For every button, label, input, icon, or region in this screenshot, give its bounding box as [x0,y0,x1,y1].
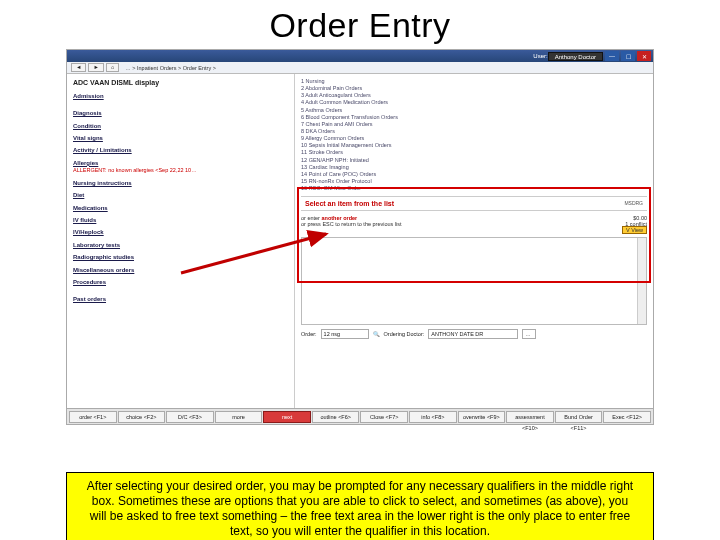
footer-btn-info[interactable]: info <F8> [409,411,457,423]
minimize-button[interactable]: — [605,51,619,61]
footer-btn-dc[interactable]: D/C <F3> [166,411,214,423]
order-input[interactable]: 12 nsg [321,329,369,339]
sidebar: ADC VAAN DISML display Admission Diagnos… [67,74,295,408]
sidebar-item-pastorders[interactable]: Past orders [73,295,288,303]
sidebar-item-nursing[interactable]: Nursing instructions [73,179,288,187]
sidebar-header: ADC VAAN DISML display [73,78,288,88]
order-list: 1 Nursing 2 Abdominal Pain Orders 3 Adul… [295,74,653,196]
sidebar-item-activity[interactable]: Activity / Limitations [73,146,288,154]
breadcrumb: … > Inpatient Orders > Order Entry > [125,65,216,71]
footer-btn-overwrite[interactable]: overwrite <F9> [458,411,506,423]
prompt-code: MSDRG [624,200,643,207]
view-button[interactable]: V View [622,226,647,234]
user-name: Anthony Doctor [548,52,603,61]
free-text-input[interactable] [302,238,637,324]
sidebar-item-diet[interactable]: Diet [73,191,288,199]
sidebar-item-radiology[interactable]: Radiographic studies [73,253,288,261]
list-item[interactable]: 6 Blood Component Transfusion Orders [301,114,647,121]
nav-home-button[interactable]: ⌂ [106,63,119,72]
footer-btn-exec[interactable]: Exec <F12> [603,411,651,423]
list-item[interactable]: 13 Cardiac Imaging [301,164,647,171]
sidebar-item-allergies[interactable]: Allergies [73,159,288,167]
footer-btn-more[interactable]: more [215,411,263,423]
sidebar-item-admission[interactable]: Admission [73,92,288,100]
list-item[interactable]: 2 Abdominal Pain Orders [301,85,647,92]
sidebar-item-medications[interactable]: Medications [73,204,288,212]
order-entry-bar: Order: 12 nsg 🔍 Ordering Doctor: ANTHONY… [301,329,647,339]
nav-fwd-button[interactable]: ► [88,63,103,72]
sidebar-item-ivheplock[interactable]: IV/Heplock [73,228,288,236]
list-item[interactable]: 14 Point of Care (POC) Orders [301,171,647,178]
sidebar-item-diagnosis[interactable]: Diagnosis [73,109,288,117]
prompt-hint: or enter another order or press ESC to r… [301,215,647,233]
free-text-area[interactable] [301,237,647,325]
order-label: Order: [301,331,317,337]
footer-btn-bundorder[interactable]: Bund Order <F11> [555,411,603,423]
footer-btn-order[interactable]: order <F1> [69,411,117,423]
footer-btn-choice[interactable]: choice <F2> [118,411,166,423]
sidebar-item-misc[interactable]: Miscellaneous orders [73,266,288,274]
sidebar-item-ivfluids[interactable]: IV fluids [73,216,288,224]
list-item[interactable]: 12 GEN/AHP NPH: Initiated [301,157,647,164]
footer-btn-outline[interactable]: outline <F6> [312,411,360,423]
window-titlebar: User: Anthony Doctor — ☐ ✕ [67,50,653,62]
application-window: User: Anthony Doctor — ☐ ✕ ◄ ► ⌂ … > Inp… [66,49,654,425]
sidebar-item-vitals[interactable]: Vital signs [73,134,288,142]
page-title: Order Entry [0,6,720,45]
list-item[interactable]: 11 Stroke Orders [301,149,647,156]
scrollbar[interactable] [637,238,646,324]
sidebar-item-lab[interactable]: Laboratory tests [73,241,288,249]
list-item[interactable]: 5 Asthma Orders [301,107,647,114]
list-item[interactable]: 4 Adult Common Medication Orders [301,99,647,106]
list-item[interactable]: 3 Adult Anticoagulant Orders [301,92,647,99]
user-label: User: [533,53,547,59]
prompt-message: Select an item from the list [305,200,394,207]
list-item[interactable]: 10 Sepsis Initial Management Orders [301,142,647,149]
footer-toolbar: order <F1> choice <F2> D/C <F3> more nex… [67,408,653,424]
main-panel: 1 Nursing 2 Abdominal Pain Orders 3 Adul… [295,74,653,408]
list-item[interactable]: 9 Allergy Common Orders [301,135,647,142]
doctor-input[interactable]: ANTHONY DATE DR [428,329,518,339]
list-item[interactable]: 7 Chest Pain and AMI Orders [301,121,647,128]
lookup-icon[interactable]: 🔍 [373,331,380,337]
sidebar-item-procedures[interactable]: Procedures [73,278,288,286]
list-item[interactable]: 15 RN-nonRx Order Protocol [301,178,647,185]
footer-btn-assessment[interactable]: assessment <F10> [506,411,554,423]
doctor-lookup-button[interactable]: … [522,329,536,339]
caption-box: After selecting your desired order, you … [66,472,654,540]
list-item[interactable]: 16 RSG: GM-Misc Order [301,185,647,192]
footer-btn-next[interactable]: next [263,411,311,423]
prompt-box: Select an item from the list MSDRG [301,196,647,211]
close-button[interactable]: ✕ [637,51,651,61]
allergy-summary: ALLERGENT: no known allergies <Sep 22,22… [73,167,288,175]
maximize-button[interactable]: ☐ [621,51,635,61]
doctor-label: Ordering Doctor: [384,331,425,337]
list-item[interactable]: 8 DKA Orders [301,128,647,135]
list-item[interactable]: 1 Nursing [301,78,647,85]
toolbar: ◄ ► ⌂ … > Inpatient Orders > Order Entry… [67,62,653,74]
footer-btn-close[interactable]: Close <F7> [360,411,408,423]
hint-text-2: or press ESC to return to the previous l… [301,221,402,227]
nav-back-button[interactable]: ◄ [71,63,86,72]
sidebar-item-condition[interactable]: Condition [73,122,288,130]
